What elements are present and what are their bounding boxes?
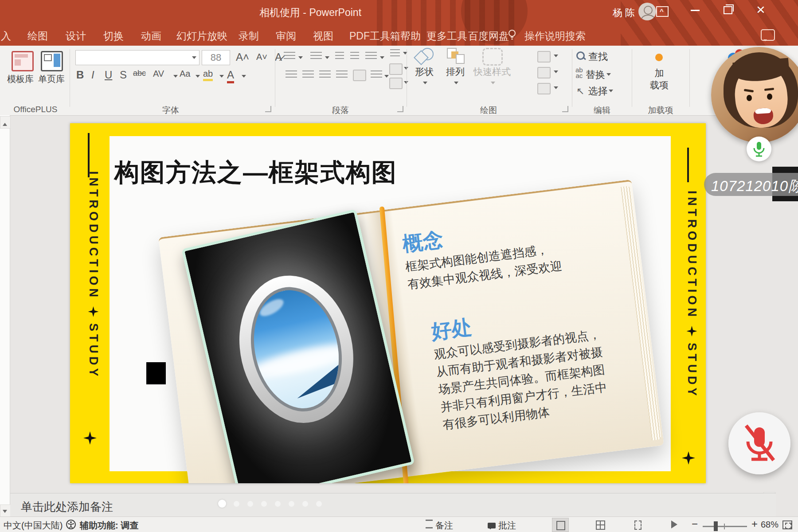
text-highlight-button[interactable]: ab [203, 69, 213, 81]
align-left-button[interactable] [286, 70, 297, 79]
replace-button[interactable]: abac替换 [575, 67, 611, 82]
text-direction-button[interactable] [390, 49, 400, 58]
slideshow-button[interactable] [667, 518, 683, 531]
tab-slideshow[interactable]: 幻灯片放映 [176, 29, 227, 43]
slide-dot[interactable] [234, 501, 239, 507]
align-text-button[interactable] [389, 63, 403, 75]
accessibility-status[interactable]: 辅助功能: 调查 [80, 520, 138, 532]
restore-button[interactable] [724, 6, 732, 14]
black-square-shape[interactable] [146, 362, 166, 384]
ribbon-display-options-button[interactable] [656, 6, 669, 17]
shape-fill-button[interactable] [537, 51, 551, 63]
slide-dot[interactable] [261, 501, 267, 507]
slide-dot[interactable] [316, 501, 322, 507]
shadow-button[interactable]: S [120, 69, 127, 81]
benefit-text-block[interactable]: 好处 观众可以感受到摄影者的视点， 从而有助于观者和摄影者对被摄 场景产生共同体… [430, 298, 610, 434]
decrease-indent-button[interactable] [335, 52, 344, 61]
reading-view-button[interactable] [630, 518, 645, 531]
single-page-library-icon[interactable] [41, 51, 63, 71]
minimize-button[interactable] [691, 10, 700, 11]
character-spacing-button[interactable]: AV [153, 69, 164, 79]
slide-dot[interactable] [275, 501, 281, 507]
shapes-button[interactable]: 形状 [409, 48, 440, 89]
scroll-up-button[interactable] [0, 116, 11, 129]
notes-toggle-button[interactable]: 备注 [426, 520, 453, 532]
italic-button[interactable]: I [91, 69, 94, 81]
zoom-slider-track[interactable] [703, 526, 747, 527]
comments-toggle-button[interactable]: 批注 [488, 520, 516, 532]
addins-button[interactable]: 加载项 [639, 67, 679, 91]
account-name[interactable]: 杨 陈 [613, 6, 635, 20]
select-button[interactable]: ↖选择 [576, 85, 613, 98]
shape-outline-button[interactable] [537, 67, 551, 78]
tab-view[interactable]: 视图 [313, 29, 333, 43]
font-size-combobox[interactable]: 88 [202, 50, 230, 65]
fit-slide-to-window-button[interactable] [782, 520, 792, 529]
tab-design[interactable]: 设计 [66, 29, 86, 43]
slide-dot[interactable] [302, 501, 308, 507]
mute-microphone-button[interactable] [728, 412, 790, 474]
zoom-in-button[interactable]: + [751, 518, 758, 530]
zoom-slider-thumb[interactable] [714, 521, 718, 531]
font-color-button[interactable]: A [227, 69, 234, 83]
find-button[interactable]: 查找 [576, 50, 608, 63]
single-page-library-button[interactable]: 单页库 [38, 73, 65, 85]
notes-pane[interactable]: 单击此处添加备注 [10, 493, 776, 517]
shape-effects-button[interactable] [537, 83, 551, 94]
zoom-out-button[interactable]: − [692, 518, 698, 530]
tab-insert-partial[interactable]: 入 [1, 29, 11, 43]
thumbnail-pane-scrollbar[interactable] [0, 115, 10, 517]
increase-indent-button[interactable] [350, 52, 359, 61]
distribute-button[interactable] [371, 70, 382, 79]
font-dialog-launcher[interactable] [265, 106, 271, 112]
increase-font-size-button[interactable]: A˄ [236, 51, 249, 63]
underline-button[interactable]: U [105, 69, 112, 81]
tab-more-tools[interactable]: 更多工具 [426, 29, 467, 43]
align-right-button[interactable] [319, 70, 331, 79]
clear-formatting-button[interactable]: A̷ [275, 51, 282, 63]
template-library-button[interactable]: 模板库 [7, 73, 34, 85]
tab-baidu-netdisk[interactable]: 百度网盘 [468, 29, 509, 43]
columns-button[interactable] [353, 70, 366, 81]
strikethrough-button[interactable]: abc [133, 69, 146, 78]
bold-button[interactable]: B [76, 69, 84, 81]
close-button[interactable]: × [756, 4, 765, 15]
numbering-button[interactable] [310, 52, 322, 61]
notes-placeholder[interactable]: 单击此处添加备注 [21, 499, 113, 515]
concept-text-block[interactable]: 概念 框架式构图能创造遮挡感， 有效集中观众视线，深受欢迎 [401, 212, 563, 293]
template-library-icon[interactable] [12, 51, 34, 71]
tab-help[interactable]: 帮助 [400, 29, 421, 43]
font-name-combobox[interactable] [75, 50, 200, 65]
justify-button[interactable] [336, 70, 348, 79]
user-avatar-icon[interactable] [638, 3, 656, 20]
convert-smartart-button[interactable] [389, 78, 403, 89]
tell-me-search[interactable]: 操作说明搜索 [524, 29, 586, 43]
slide-title[interactable]: 构图方法之—框架式构图 [114, 156, 397, 190]
change-case-button[interactable]: Aa [180, 69, 190, 79]
line-spacing-button[interactable] [365, 52, 377, 61]
slide-sorter-button[interactable] [592, 518, 608, 531]
tab-draw[interactable]: 绘图 [27, 29, 48, 43]
quick-styles-button[interactable]: 快速样式 [471, 48, 513, 89]
normal-view-button[interactable] [552, 518, 569, 532]
decrease-font-size-button[interactable]: A˅ [256, 52, 267, 62]
tab-transitions[interactable]: 切换 [103, 29, 124, 43]
tab-animations[interactable]: 动画 [141, 29, 161, 43]
tab-record[interactable]: 录制 [239, 29, 259, 43]
comments-bubble-icon[interactable] [761, 29, 775, 41]
webcam-video-circle[interactable] [711, 47, 798, 143]
tab-review[interactable]: 审阅 [276, 29, 296, 43]
slide-canvas[interactable]: INTRODUCTIONSTUDY INTRODUCTIONSTUDY 构图方法… [70, 123, 706, 483]
paragraph-dialog-launcher[interactable] [397, 106, 403, 112]
mic-on-badge[interactable] [747, 137, 771, 161]
zoom-level[interactable]: 68% [761, 520, 778, 530]
language-indicator[interactable]: 中文(中国大陆) [4, 520, 63, 532]
slide-dot-active[interactable] [218, 500, 226, 508]
arrange-button[interactable]: 排列 [440, 48, 471, 89]
tab-pdf-toolbox[interactable]: PDF工具箱 [349, 29, 400, 43]
slide-dot[interactable] [247, 501, 253, 507]
scroll-down-button[interactable] [0, 505, 11, 517]
slide-dot[interactable] [289, 501, 294, 507]
bullets-button[interactable] [284, 52, 295, 61]
align-center-button[interactable] [302, 70, 314, 79]
